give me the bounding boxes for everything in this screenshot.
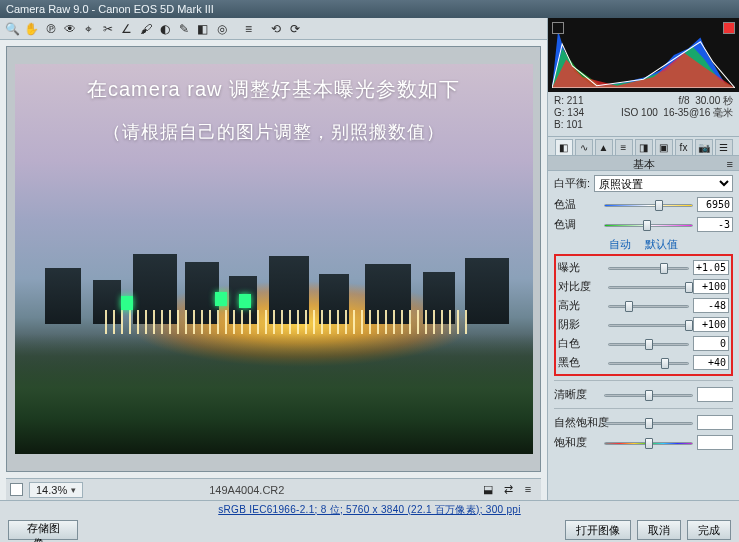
adjust-brush-icon[interactable]: ✎ bbox=[175, 20, 192, 37]
vibrance-slider[interactable] bbox=[604, 416, 693, 430]
filename-label: 149A4004.CR2 bbox=[209, 484, 284, 496]
clarity-input[interactable] bbox=[697, 387, 733, 402]
panel-tabs: ◧ ∿ ▲ ≡ ◨ ▣ fx 📷 ☰ bbox=[548, 137, 739, 155]
overlay-text-2: （请根据自己的图片调整，别照搬数值） bbox=[15, 120, 533, 144]
tint-slider[interactable] bbox=[604, 218, 693, 232]
preview-toggle-checkbox[interactable] bbox=[10, 483, 23, 496]
radial-filter-icon[interactable]: ◎ bbox=[213, 20, 230, 37]
readout-g: G: 134 bbox=[554, 107, 584, 119]
highlights-slider[interactable] bbox=[608, 299, 689, 313]
switch-icon[interactable]: ⇄ bbox=[499, 483, 517, 496]
preview-area[interactable]: 在camera raw 调整好基本曝光参数如下 （请根据自己的图片调整，别照搬数… bbox=[6, 46, 541, 472]
title-bar: Camera Raw 9.0 - Canon EOS 5D Mark III bbox=[0, 0, 739, 18]
auto-link[interactable]: 自动 bbox=[609, 237, 631, 252]
zoom-select[interactable]: 14.3%▾ bbox=[29, 482, 83, 498]
readout-r: R: 211 bbox=[554, 95, 584, 107]
overlay-text-1: 在camera raw 调整好基本曝光参数如下 bbox=[15, 76, 533, 103]
straighten-tool-icon[interactable]: ∠ bbox=[118, 20, 135, 37]
highlight-clip-icon[interactable] bbox=[723, 22, 735, 34]
highlighted-params: 曝光 对比度 高光 阴影 白色 黑色 bbox=[554, 254, 733, 376]
compare-icon[interactable]: ⬓ bbox=[479, 483, 497, 496]
tab-lens[interactable]: ▣ bbox=[655, 139, 673, 155]
preview-footer: 14.3%▾ 149A4004.CR2 ⬓ ⇄ ≡ bbox=[6, 478, 541, 500]
clarity-slider[interactable] bbox=[604, 388, 693, 402]
blacks-slider[interactable] bbox=[608, 356, 689, 370]
tab-camera[interactable]: 📷 bbox=[695, 139, 713, 155]
contrast-slider[interactable] bbox=[608, 280, 689, 294]
grad-filter-icon[interactable]: ◧ bbox=[194, 20, 211, 37]
tab-hsl[interactable]: ≡ bbox=[615, 139, 633, 155]
save-image-button[interactable]: 存储图像... bbox=[8, 520, 78, 540]
shadows-slider[interactable] bbox=[608, 318, 689, 332]
default-link[interactable]: 默认值 bbox=[645, 237, 678, 252]
target-adjust-icon[interactable]: ⌖ bbox=[80, 20, 97, 37]
crop-tool-icon[interactable]: ✂ bbox=[99, 20, 116, 37]
spot-removal-icon[interactable]: 🖌 bbox=[137, 20, 154, 37]
tab-fx[interactable]: fx bbox=[675, 139, 693, 155]
saturation-input[interactable] bbox=[697, 435, 733, 450]
open-image-button[interactable]: 打开图像 bbox=[565, 520, 631, 540]
color-sampler-icon[interactable]: 👁 bbox=[61, 20, 78, 37]
preview-photo: 在camera raw 调整好基本曝光参数如下 （请根据自己的图片调整，别照搬数… bbox=[15, 64, 533, 454]
rotate-cw-icon[interactable]: ⟳ bbox=[286, 20, 303, 37]
workflow-link[interactable]: sRGB IEC61966-2.1; 8 位; 5760 x 3840 (22.… bbox=[218, 503, 521, 517]
histogram[interactable] bbox=[548, 18, 739, 92]
exif-readout: R: 211 G: 134 B: 101 f/8 30.00 秒 ISO 100… bbox=[548, 92, 739, 137]
top-toolbar: 🔍 ✋ ℗ 👁 ⌖ ✂ ∠ 🖌 ◐ ✎ ◧ ◎ ≡ ⟲ ⟳ bbox=[0, 18, 547, 40]
cancel-button[interactable]: 取消 bbox=[637, 520, 681, 540]
hand-tool-icon[interactable]: ✋ bbox=[23, 20, 40, 37]
blacks-input[interactable] bbox=[693, 355, 729, 370]
wb-tool-icon[interactable]: ℗ bbox=[42, 20, 59, 37]
wb-label: 白平衡: bbox=[554, 176, 590, 191]
tab-split[interactable]: ◨ bbox=[635, 139, 653, 155]
tab-presets[interactable]: ☰ bbox=[715, 139, 733, 155]
tab-detail[interactable]: ▲ bbox=[595, 139, 613, 155]
vibrance-input[interactable] bbox=[697, 415, 733, 430]
exposure-input[interactable] bbox=[693, 260, 729, 275]
contrast-input[interactable] bbox=[693, 279, 729, 294]
readout-b: B: 101 bbox=[554, 119, 584, 131]
redeye-tool-icon[interactable]: ◐ bbox=[156, 20, 173, 37]
highlights-input[interactable] bbox=[693, 298, 729, 313]
temp-input[interactable] bbox=[697, 197, 733, 212]
whites-slider[interactable] bbox=[608, 337, 689, 351]
shadows-input[interactable] bbox=[693, 317, 729, 332]
whites-input[interactable] bbox=[693, 336, 729, 351]
temp-slider[interactable] bbox=[604, 198, 693, 212]
wb-select[interactable]: 原照设置 bbox=[594, 175, 733, 192]
exposure-slider[interactable] bbox=[608, 261, 689, 275]
done-button[interactable]: 完成 bbox=[687, 520, 731, 540]
tab-curve[interactable]: ∿ bbox=[575, 139, 593, 155]
rotate-ccw-icon[interactable]: ⟲ bbox=[267, 20, 284, 37]
tab-basic[interactable]: ◧ bbox=[555, 139, 573, 155]
prefs-icon[interactable]: ≡ bbox=[240, 20, 257, 37]
app-title: Camera Raw 9.0 - Canon EOS 5D Mark III bbox=[6, 3, 214, 15]
menu-icon[interactable]: ≡ bbox=[519, 483, 537, 496]
panel-title: 基本 bbox=[548, 155, 739, 171]
tint-input[interactable] bbox=[697, 217, 733, 232]
zoom-tool-icon[interactable]: 🔍 bbox=[4, 20, 21, 37]
saturation-slider[interactable] bbox=[604, 436, 693, 450]
shadow-clip-icon[interactable] bbox=[552, 22, 564, 34]
